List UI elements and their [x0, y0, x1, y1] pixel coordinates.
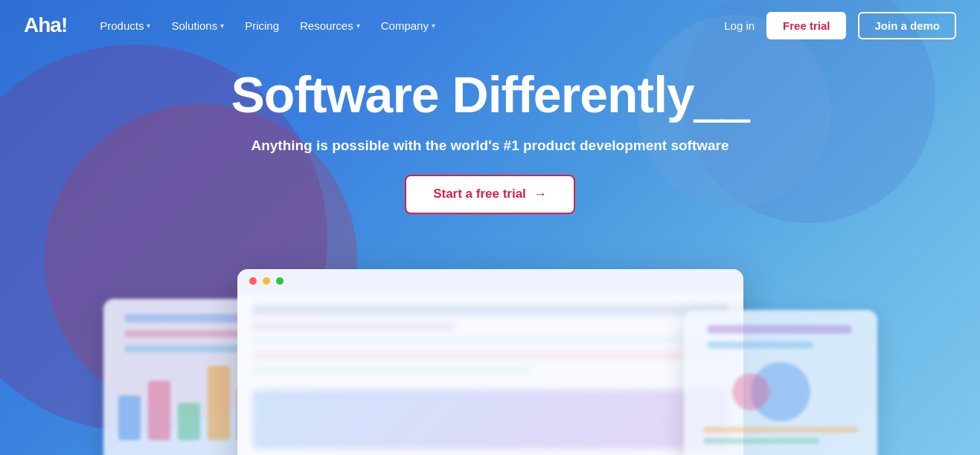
chevron-down-icon: ▾: [432, 22, 435, 30]
nav-pricing[interactable]: Pricing: [236, 13, 288, 38]
logo[interactable]: Aha!: [24, 13, 67, 37]
login-link[interactable]: Log in: [724, 19, 755, 32]
nav-products[interactable]: Products ▾: [91, 13, 159, 38]
nav-links: Products ▾ Solutions ▾ Pricing Resources…: [91, 13, 724, 38]
nav-solutions[interactable]: Solutions ▾: [162, 13, 233, 38]
nav-right-actions: Log in Free trial Join a demo: [724, 12, 956, 39]
free-trial-button[interactable]: Free trial: [766, 12, 846, 39]
chevron-down-icon: ▾: [220, 22, 224, 30]
title-underscore: __: [694, 66, 749, 123]
screenshot-card-center: [237, 269, 743, 455]
screenshot-card-right: [684, 310, 877, 455]
start-free-trial-button[interactable]: Start a free trial →: [405, 175, 575, 214]
hero-section: Aha! Products ▾ Solutions ▾ Pricing Reso…: [0, 0, 980, 455]
hero-title: Software Differently__: [231, 67, 749, 123]
join-demo-button[interactable]: Join a demo: [858, 12, 956, 39]
arrow-right-icon: →: [534, 187, 547, 202]
screenshot-cards: [118, 262, 862, 455]
nav-resources[interactable]: Resources ▾: [291, 13, 369, 38]
chevron-down-icon: ▾: [356, 22, 360, 30]
hero-subtitle: Anything is possible with the world's #1…: [251, 138, 728, 154]
chevron-down-icon: ▾: [147, 22, 150, 30]
navbar: Aha! Products ▾ Solutions ▾ Pricing Reso…: [0, 0, 980, 51]
nav-company[interactable]: Company ▾: [372, 13, 444, 38]
